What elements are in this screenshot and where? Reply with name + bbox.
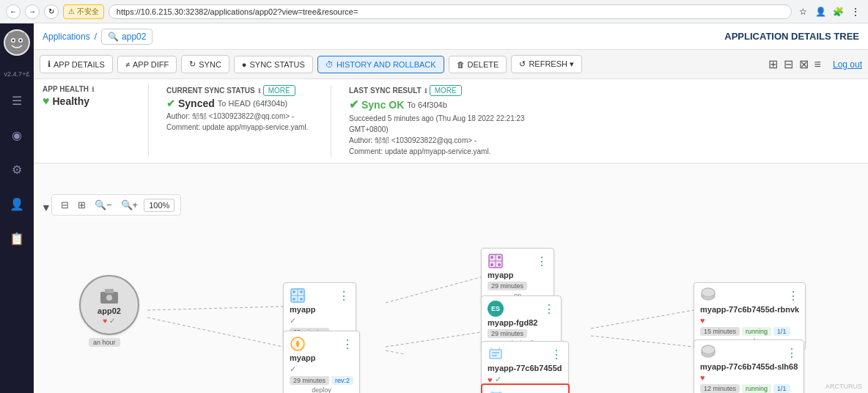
main-content: Applications / 🔍 app02 APPLICATION DETAI… <box>34 23 868 393</box>
last-sync-more-button[interactable]: MORE <box>430 85 462 96</box>
app02-heart: ♥ <box>103 317 108 325</box>
svg-point-21 <box>293 298 295 301</box>
watermark: ARCTURUS <box>825 383 862 390</box>
sidebar-icon-user[interactable]: 👤 <box>5 193 29 216</box>
deploy-rev-badge: rev:2 <box>331 376 353 385</box>
extensions-icon[interactable]: 🧩 <box>831 5 845 18</box>
pod1-heart-icon: ♥ <box>700 316 705 325</box>
rs2-icon <box>488 389 504 393</box>
refresh-icon: ↺ <box>519 59 526 69</box>
sync-more-button[interactable]: MORE <box>263 85 295 96</box>
fgd82-menu-icon[interactable]: ⋮ <box>543 302 555 316</box>
node-myapp-rs2[interactable]: ⋮ myapp-85757559dc ♥ ✓ 29 minutes rev:1 … <box>481 383 570 393</box>
node-myapp-deploy[interactable]: ⋮ myapp ✓ 29 minutes rev:2 deploy <box>283 331 360 393</box>
history-rollback-button[interactable]: ⏱ HISTORY AND ROLLBACK <box>317 56 444 73</box>
app-diff-button[interactable]: ≠ APP DIFF <box>117 56 177 73</box>
browser-actions: ☆ 👤 🧩 ⋮ <box>796 5 862 18</box>
canvas-area: ▼ ⊟ ⊞ 🔍− 🔍+ 100% <box>34 164 868 393</box>
canvas-toolbar: ⊟ ⊞ 🔍− 🔍+ 100% <box>51 194 181 216</box>
delete-button[interactable]: 🗑 DELETE <box>449 56 507 73</box>
sidebar: v2.4.7+£ ☰ ◉ ⚙ 👤 📋 <box>0 23 34 393</box>
fit-icon[interactable]: ⊟ <box>58 198 72 212</box>
pod1-name: myapp-77c6b7455d-rbnvk <box>700 305 799 314</box>
url-bar[interactable]: https://10.6.215.30:32382/applications/a… <box>108 4 792 19</box>
svg-line-7 <box>386 277 481 303</box>
rs1-heart-icon: ♥ <box>488 375 493 384</box>
network-view-icon[interactable]: ⊠ <box>798 56 810 73</box>
status-bar: APP HEALTH ℹ ♥ Healthy CURRENT SYNC STAT… <box>34 79 868 164</box>
last-sync-label: LAST SYNC RESULT ℹ MORE <box>349 85 554 96</box>
sync-button[interactable]: ↻ SYNC <box>181 55 229 73</box>
last-sync-detail: To 64f304b <box>407 100 446 109</box>
pod1-menu-icon[interactable]: ⋮ <box>787 289 799 303</box>
top-nav: Applications / 🔍 app02 APPLICATION DETAI… <box>34 23 868 50</box>
app02-label: app02 <box>98 306 121 315</box>
sidebar-icon-home[interactable]: ☰ <box>7 89 26 112</box>
deploy-check-icon: ✓ <box>290 364 296 374</box>
pod1-time-badge: 15 minutes <box>700 327 740 336</box>
svg-line-12 <box>591 336 694 347</box>
app-health-label: APP HEALTH ℹ <box>43 85 130 93</box>
sync-status-button[interactable]: ● SYNC STATUS <box>234 56 313 73</box>
ep-menu-icon[interactable]: ⋮ <box>536 254 548 268</box>
svc-icon <box>290 287 306 304</box>
rs1-icon <box>488 346 504 362</box>
star-icon[interactable]: ☆ <box>796 5 809 18</box>
pod2-name: myapp-77c6b7455d-slh68 <box>700 362 798 371</box>
search-box[interactable]: 🔍 app02 <box>101 29 152 45</box>
forward-button[interactable]: → <box>25 4 40 19</box>
rs2-menu-icon[interactable]: ⋮ <box>551 391 562 394</box>
pod2-menu-icon[interactable]: ⋮ <box>786 346 798 360</box>
page-title: APPLICATION DETAILS TREE <box>724 31 859 42</box>
deploy-name: myapp <box>290 353 353 362</box>
tree-view-icon[interactable]: ⊞ <box>767 56 779 73</box>
zoom-in-icon[interactable]: 🔍+ <box>118 198 141 212</box>
app-details-button[interactable]: ℹ APP DETAILS <box>40 55 113 73</box>
list-view-icon[interactable]: ⊟ <box>782 56 795 73</box>
sidebar-icon-dot[interactable]: ◉ <box>7 124 26 147</box>
sync-status-value: ✔ Synced To HEAD (64f304b) <box>166 98 313 109</box>
breadcrumb-apps[interactable]: Applications <box>43 32 90 42</box>
user-icon[interactable]: 👤 <box>814 5 827 18</box>
deploy-menu-icon[interactable]: ⋮ <box>342 337 353 351</box>
rs1-name: myapp-77c6b7455d <box>488 364 562 372</box>
sidebar-icon-settings[interactable]: ⚙ <box>7 158 26 181</box>
svg-point-3 <box>12 40 15 42</box>
refresh-button[interactable]: ↺ REFRESH ▾ <box>511 55 582 73</box>
app-health-info-icon: ℹ <box>92 86 94 93</box>
logout-button[interactable]: Log out <box>833 59 862 70</box>
back-button[interactable]: ← <box>6 4 21 19</box>
app-logo <box>4 29 30 56</box>
pod1-icon <box>700 287 716 304</box>
zoom-out-icon[interactable]: 🔍− <box>92 198 115 212</box>
svg-point-29 <box>490 263 493 266</box>
filter-icon[interactable]: ▼ <box>41 202 51 213</box>
fullscreen-icon[interactable]: ⊞ <box>75 198 89 212</box>
pod2-icon <box>700 345 716 361</box>
svg-point-15 <box>106 295 112 301</box>
svc-menu-icon[interactable]: ⋮ <box>338 289 350 303</box>
menu-icon[interactable]: ⋮ <box>849 5 862 18</box>
pod1-count-badge: 1/1 <box>773 327 790 336</box>
node-pod2[interactable]: ⋮ myapp-77c6b7455d-slh68 ♥ 12 minutes ru… <box>694 339 804 393</box>
last-sync-section: LAST SYNC RESULT ℹ MORE ✔ Sync OK To 64f… <box>349 85 554 157</box>
security-badge: ⚠ 不安全 <box>63 4 104 19</box>
fgd82-time-badge: 29 minutes <box>488 329 527 338</box>
view-icons: ⊞ ⊟ ⊠ ≡ <box>767 56 823 73</box>
delete-icon: 🗑 <box>457 60 465 69</box>
es-icon: ES <box>488 301 504 317</box>
sync-status-label: CURRENT SYNC STATUS ℹ MORE <box>166 85 313 96</box>
node-app02[interactable]: app02 ♥ ✓ <box>79 275 139 335</box>
rs1-menu-icon[interactable]: ⋮ <box>551 348 562 361</box>
pod2-running-badge: running <box>742 384 771 393</box>
version-label: v2.4.7+£ <box>4 70 30 78</box>
sidebar-icon-docs[interactable]: 📋 <box>5 227 29 250</box>
refresh-button[interactable]: ↻ <box>44 4 59 19</box>
zoom-level[interactable]: 100% <box>144 199 174 212</box>
sync-detail: To HEAD (64f304b) <box>218 99 287 108</box>
deploy-label: deploy <box>290 386 353 393</box>
synced-check-icon: ✔ <box>166 98 175 109</box>
ep-time-badge: 29 minutes <box>488 282 527 290</box>
pod1-running-badge: running <box>742 327 771 336</box>
detail-view-icon[interactable]: ≡ <box>813 56 823 73</box>
